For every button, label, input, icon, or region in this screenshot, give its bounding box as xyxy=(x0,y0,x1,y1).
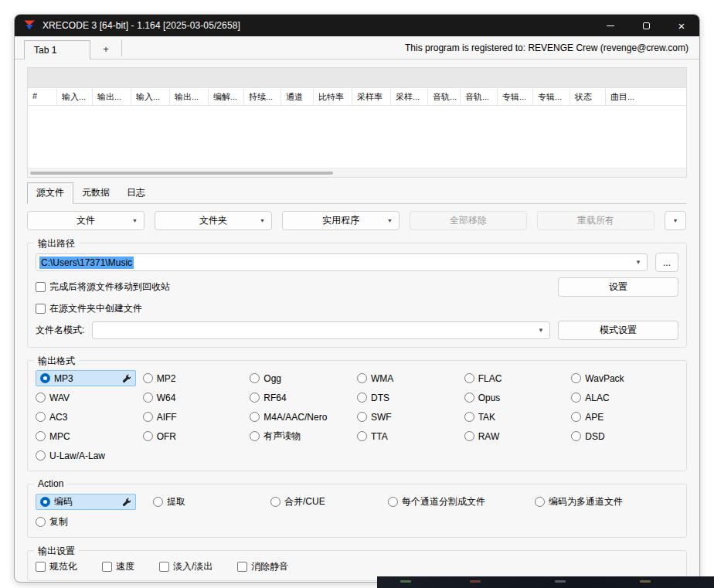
filename-pattern-label: 文件名模式: xyxy=(36,324,84,337)
settings-button[interactable]: 设置 xyxy=(558,277,678,297)
column-header-bitrate[interactable]: 比特率 xyxy=(314,88,352,105)
filename-pattern-input[interactable]: ▼ xyxy=(92,321,550,339)
format-option-audiobook[interactable]: 有声读物 xyxy=(250,428,357,444)
background-window-artifact xyxy=(377,576,714,588)
action-option-merge-cue[interactable]: 合并/CUE xyxy=(270,494,388,510)
format-option-flac[interactable]: FLAC xyxy=(464,370,572,386)
format-option-swf[interactable]: SWF xyxy=(357,409,464,425)
column-header-album2[interactable]: 专辑... xyxy=(533,88,570,105)
setting-speed-checkbox[interactable]: 速度 xyxy=(102,560,134,573)
minimize-button[interactable] xyxy=(593,15,628,36)
format-option-tak[interactable]: TAK xyxy=(464,409,572,425)
scrollbar-thumb[interactable] xyxy=(30,172,333,175)
tab-1[interactable]: Tab 1 xyxy=(24,40,90,59)
column-header-codec[interactable]: 编解... xyxy=(209,88,244,105)
column-header-channels[interactable]: 通道 xyxy=(281,88,314,105)
chevron-down-icon: ▼ xyxy=(387,218,393,223)
column-header-input2[interactable]: 输入... xyxy=(131,88,170,105)
action-option-encode[interactable]: 编码 xyxy=(36,494,136,510)
format-option-ogg[interactable]: Ogg xyxy=(250,370,357,386)
tab-source-files[interactable]: 源文件 xyxy=(27,182,73,204)
column-header-title[interactable]: 曲目... xyxy=(606,88,640,105)
format-option-u-law-a-law[interactable]: U-Law/A-Law xyxy=(36,447,143,464)
column-header-track1[interactable]: 音轨... xyxy=(428,88,461,105)
setting-normalize-checkbox[interactable]: 规范化 xyxy=(36,560,77,573)
format-label: 有声读物 xyxy=(264,430,301,443)
column-header-index[interactable]: # xyxy=(28,88,57,105)
format-option-opus[interactable]: Opus xyxy=(464,389,572,406)
action-option-split-channels[interactable]: 每个通道分割成文件 xyxy=(388,494,535,510)
column-header-output2[interactable]: 输出... xyxy=(170,88,209,105)
format-option-m4a-aac-nero[interactable]: M4A/AAC/Nero xyxy=(250,409,357,425)
tab-metadata[interactable]: 元数据 xyxy=(73,183,118,203)
horizontal-scrollbar[interactable] xyxy=(28,168,686,177)
format-option-wma[interactable]: WMA xyxy=(357,370,464,386)
column-header-status[interactable]: 状态 xyxy=(570,88,606,105)
add-tab-button[interactable]: + xyxy=(90,39,121,59)
format-option-mp3[interactable]: MP3 xyxy=(36,370,136,386)
format-option-mp2[interactable]: MP2 xyxy=(143,370,250,386)
format-label: M4A/AAC/Nero xyxy=(264,412,327,423)
format-option-rf64[interactable]: RF64 xyxy=(250,389,357,406)
pattern-settings-button[interactable]: 模式设置 xyxy=(558,321,678,340)
chevron-down-icon[interactable]: ▼ xyxy=(635,259,641,266)
setting-remove-silence-checkbox[interactable]: 消除静音 xyxy=(237,560,288,573)
format-option-wavpack[interactable]: WavPack xyxy=(571,370,678,386)
move-to-recycle-checkbox[interactable]: 完成后将源文件移动到回收站 xyxy=(36,280,170,294)
column-header-album1[interactable]: 专辑... xyxy=(498,88,533,105)
format-option-w64[interactable]: W64 xyxy=(143,389,250,406)
format-option-mpc[interactable]: MPC xyxy=(36,428,143,444)
view-tabs: 源文件 元数据 日志 xyxy=(27,182,687,204)
minimize-icon xyxy=(607,25,614,26)
action-option-copy[interactable]: 复制 xyxy=(36,514,153,530)
radio-icon xyxy=(250,393,260,403)
chevron-down-icon[interactable]: ▼ xyxy=(538,327,544,334)
format-option-ape[interactable]: APE xyxy=(571,409,678,425)
action-option-extract[interactable]: 提取 xyxy=(153,494,270,510)
tab-log[interactable]: 日志 xyxy=(118,183,154,203)
format-label: AIFF xyxy=(157,412,177,423)
format-option-aiff[interactable]: AIFF xyxy=(143,409,250,425)
format-option-tta[interactable]: TTA xyxy=(357,428,464,444)
column-header-sample[interactable]: 采样... xyxy=(391,88,428,105)
reload-all-button[interactable]: 重载所有 xyxy=(537,211,654,230)
radio-checked-icon xyxy=(40,373,50,383)
tab-bar: Tab 1 + This program is registered to: R… xyxy=(15,36,699,59)
column-header-track2[interactable]: 音轨... xyxy=(461,88,498,105)
format-label: TAK xyxy=(478,412,495,423)
table-body-empty[interactable] xyxy=(28,106,686,168)
add-folder-button[interactable]: 文件夹 ▼ xyxy=(155,211,272,230)
maximize-icon xyxy=(643,22,650,29)
tab-divider xyxy=(121,39,122,56)
format-option-dsd[interactable]: DSD xyxy=(571,428,678,444)
setting-fade-checkbox[interactable]: 淡入/淡出 xyxy=(159,560,212,573)
output-path-input[interactable]: C:\Users\17371\Music ▼ xyxy=(36,253,648,271)
format-grid: MP3 MP2 Ogg WMA FLAC WavPack WAV W64 RF6… xyxy=(36,370,678,464)
wrench-icon[interactable] xyxy=(122,374,131,383)
format-option-raw[interactable]: RAW xyxy=(464,428,572,444)
format-option-ofr[interactable]: OFR xyxy=(143,428,250,444)
wrench-icon[interactable] xyxy=(122,498,131,507)
column-header-samplerate[interactable]: 采样率 xyxy=(352,88,391,105)
checkbox-icon xyxy=(36,304,46,314)
remove-all-button[interactable]: 全部移除 xyxy=(410,211,527,230)
add-file-button[interactable]: 文件 ▼ xyxy=(27,211,144,230)
utilities-button[interactable]: 实用程序 ▼ xyxy=(282,211,400,230)
close-button[interactable]: × xyxy=(664,15,699,36)
format-option-wav[interactable]: WAV xyxy=(36,389,143,406)
format-option-alac[interactable]: ALAC xyxy=(571,389,678,406)
create-in-source-checkbox[interactable]: 在源文件夹中创建文件 xyxy=(36,302,142,315)
radio-icon xyxy=(571,393,581,403)
radio-icon xyxy=(357,373,367,383)
column-header-input1[interactable]: 输入... xyxy=(57,88,93,105)
browse-button[interactable]: ... xyxy=(655,253,678,272)
format-option-dts[interactable]: DTS xyxy=(357,389,464,406)
radio-icon xyxy=(388,497,398,507)
format-label: RF64 xyxy=(264,393,286,403)
action-option-multichannel[interactable]: 编码为多通道文件 xyxy=(535,494,678,510)
toolbar-more-button[interactable]: ▼ xyxy=(665,211,686,230)
column-header-output1[interactable]: 输出... xyxy=(93,88,131,105)
format-option-ac3[interactable]: AC3 xyxy=(36,409,143,425)
column-header-duration[interactable]: 持续... xyxy=(244,88,281,105)
maximize-button[interactable] xyxy=(628,15,664,36)
